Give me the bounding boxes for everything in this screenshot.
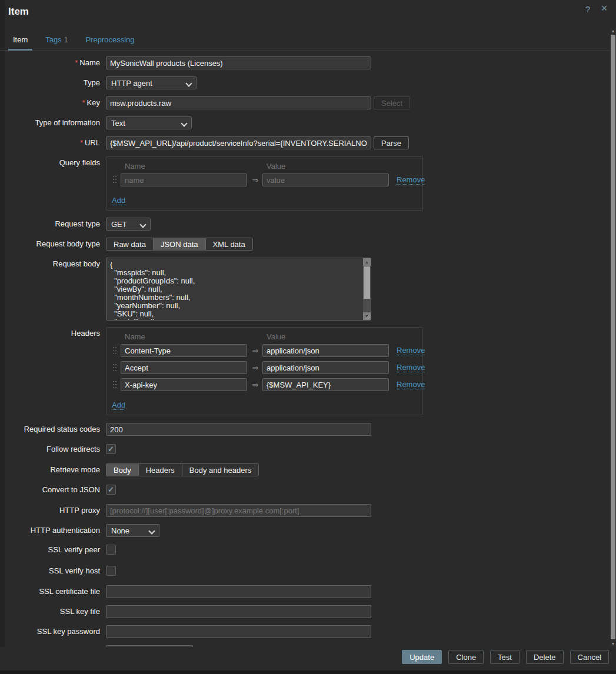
parse-button[interactable]: Parse	[374, 136, 409, 149]
drag-handle-icon[interactable]	[112, 362, 116, 373]
ssl-verify-host-checkbox[interactable]	[106, 566, 116, 576]
required-status-codes-input[interactable]	[106, 423, 371, 436]
request-body-textarea[interactable]: { "msspids": null, "productGroupIds": nu…	[106, 258, 371, 321]
dialog-header: Item ? ×	[0, 0, 616, 28]
header-name-input[interactable]	[121, 361, 247, 374]
arrow-icon: ⇒	[248, 381, 262, 389]
drag-handle-icon[interactable]	[112, 345, 116, 356]
name-input[interactable]	[106, 56, 371, 69]
query-value-input[interactable]	[262, 173, 389, 186]
ssl-key-file-input[interactable]	[106, 605, 371, 618]
follow-redirects-label: Follow redirects	[0, 444, 106, 454]
segment-body[interactable]: Body	[106, 464, 139, 476]
query-name-input[interactable]	[121, 173, 247, 186]
resize-handle[interactable]	[365, 314, 370, 319]
convert-to-json-checkbox[interactable]: ✓	[106, 485, 116, 495]
segment-headers[interactable]: Headers	[139, 464, 182, 476]
header-value-input[interactable]	[262, 361, 389, 374]
tab-tags[interactable]: Tags1	[41, 31, 72, 50]
drag-handle-icon[interactable]	[112, 175, 116, 185]
type-of-information-row: Type of information Text	[0, 116, 616, 129]
test-button[interactable]: Test	[490, 650, 520, 664]
drag-handle-icon[interactable]	[112, 379, 116, 390]
ssl-key-password-input[interactable]	[106, 625, 371, 638]
column-header-value: Value	[262, 332, 391, 341]
ssl-key-file-label: SSL key file	[0, 605, 106, 618]
http-authentication-select[interactable]: None	[106, 524, 159, 537]
add-link[interactable]: Add	[112, 196, 125, 205]
http-authentication-label: HTTP authentication	[0, 524, 106, 537]
remove-link[interactable]: Remove	[397, 346, 425, 355]
ssl-certificate-file-input[interactable]	[106, 585, 371, 598]
http-authentication-value: None	[111, 526, 129, 535]
chevron-down-icon	[149, 528, 154, 533]
textarea-scrollbar[interactable]: ▲ ▼	[363, 258, 371, 320]
scroll-up-icon[interactable]: ▲	[363, 258, 371, 266]
required-asterisk: *	[75, 58, 78, 67]
type-of-information-select[interactable]: Text	[106, 116, 192, 129]
remove-link[interactable]: Remove	[397, 175, 425, 185]
scroll-down-icon[interactable]: ▼	[610, 641, 616, 647]
request-body-text: { "msspids": null, "productGroupIds": nu…	[106, 258, 363, 320]
tab-preprocessing[interactable]: Preprocessing	[81, 31, 139, 50]
type-of-information-value: Text	[111, 119, 125, 128]
segment-body-and-headers[interactable]: Body and headers	[182, 464, 259, 476]
chevron-down-icon	[187, 81, 191, 85]
query-field-row: ⇒ Remove	[111, 173, 418, 186]
segment-json-data[interactable]: JSON data	[154, 238, 206, 250]
check-icon: ✓	[108, 445, 114, 453]
tab-tags-label: Tags	[45, 35, 61, 44]
select-button[interactable]: Select	[374, 96, 410, 109]
help-icon[interactable]: ?	[582, 4, 594, 14]
ssl-key-password-row: SSL key password	[0, 625, 616, 638]
type-of-information-label: Type of information	[0, 116, 106, 129]
key-row: *Key Select	[0, 96, 616, 109]
dialog-footer: Update Clone Test Delete Cancel	[0, 647, 616, 670]
http-proxy-label: HTTP proxy	[0, 504, 106, 517]
ssl-verify-peer-label: SSL verify peer	[0, 545, 106, 555]
header-name-input[interactable]	[121, 344, 247, 357]
add-link[interactable]: Add	[112, 401, 125, 410]
chevron-down-icon	[141, 222, 145, 226]
tags-count-badge: 1	[64, 36, 68, 44]
header-value-input[interactable]	[262, 344, 389, 357]
request-type-select[interactable]: GET	[106, 218, 151, 231]
type-select[interactable]: HTTP agent	[106, 76, 197, 89]
remove-link[interactable]: Remove	[397, 380, 425, 389]
url-row: *URL Parse	[0, 136, 616, 149]
close-icon[interactable]: ×	[598, 4, 610, 14]
type-select-value: HTTP agent	[111, 79, 152, 88]
follow-redirects-checkbox[interactable]: ✓	[106, 444, 116, 454]
key-input[interactable]	[106, 96, 371, 109]
url-input[interactable]	[106, 136, 371, 149]
header-value-input[interactable]	[262, 378, 389, 391]
required-status-codes-row: Required status codes	[0, 423, 616, 436]
scroll-up-icon[interactable]: ▲	[610, 28, 616, 34]
type-row: Type HTTP agent	[0, 76, 616, 89]
textarea-scrollbar-thumb[interactable]	[364, 266, 370, 299]
retrieve-mode-segment: Body Headers Body and headers	[106, 463, 259, 476]
headers-row: Headers Name Value ⇒ Remove ⇒ Remove	[0, 327, 616, 415]
segment-xml-data[interactable]: XML data	[206, 238, 252, 250]
http-proxy-row: HTTP proxy	[0, 504, 616, 517]
ssl-key-password-label: SSL key password	[0, 625, 106, 638]
headers-table: Name Value ⇒ Remove ⇒ Remove ⇒	[106, 327, 423, 415]
convert-to-json-row: Convert to JSON ✓	[0, 485, 616, 495]
header-name-input[interactable]	[121, 378, 247, 391]
retrieve-mode-row: Retrieve mode Body Headers Body and head…	[0, 463, 616, 476]
tab-item[interactable]: Item	[8, 31, 32, 50]
clone-button[interactable]: Clone	[448, 650, 484, 664]
request-type-value: GET	[111, 220, 127, 229]
headers-label: Headers	[0, 327, 106, 415]
scrollbar-thumb[interactable]	[611, 35, 615, 639]
cancel-button[interactable]: Cancel	[570, 650, 609, 664]
ssl-verify-peer-checkbox[interactable]	[106, 545, 116, 555]
remove-link[interactable]: Remove	[397, 363, 425, 372]
update-button[interactable]: Update	[402, 650, 442, 664]
column-header-value: Value	[262, 162, 391, 171]
delete-button[interactable]: Delete	[526, 650, 564, 664]
http-proxy-input[interactable]	[106, 504, 371, 517]
request-type-label: Request type	[0, 218, 106, 231]
vertical-scrollbar[interactable]: ▲ ▼	[610, 28, 616, 647]
segment-raw-data[interactable]: Raw data	[106, 238, 154, 250]
